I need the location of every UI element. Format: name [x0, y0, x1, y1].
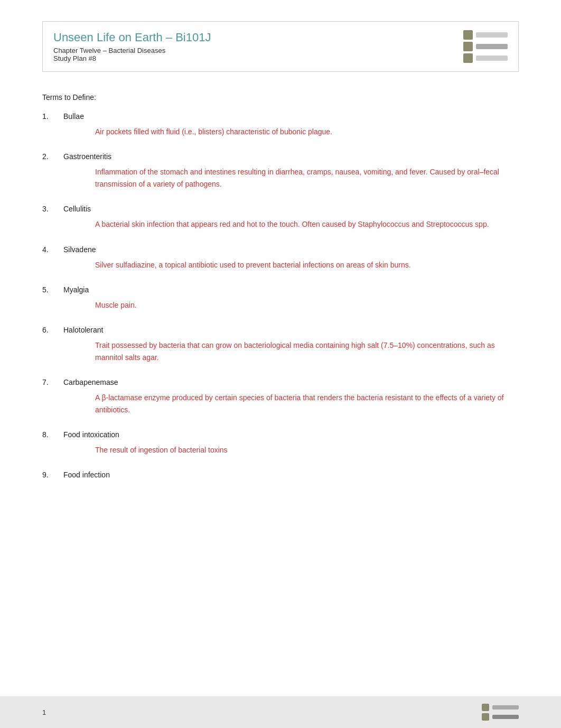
term-name-5: Myalgia [63, 285, 519, 294]
term-number-7: 7. [42, 378, 63, 386]
footer-icon-square-2 [482, 713, 489, 721]
term-number-6: 6. [42, 326, 63, 334]
term-name-4: Silvadene [63, 245, 519, 254]
term-number-8: 8. [42, 430, 63, 439]
terms-list: 1.BullaeAir pockets filled with fluid (i… [42, 112, 519, 484]
header-icon-rect-1 [476, 32, 508, 38]
term-number-3: 3. [42, 205, 63, 213]
term-definition-2: Inflammation of the stomach and intestin… [63, 166, 519, 190]
term-number-9: 9. [42, 471, 63, 479]
term-content-7: CarbapenemaseA β-lactamase enzyme produc… [63, 378, 519, 416]
term-definition-6: Trait possessed by bacteria that can gro… [63, 339, 519, 363]
footer-icon-square-1 [482, 704, 489, 711]
section-label: Terms to Define: [42, 93, 519, 102]
footer-icon-rect-1 [492, 705, 519, 709]
header-icon-row-2 [463, 42, 508, 51]
term-name-2: Gastroenteritis [63, 152, 519, 161]
term-item-8: 8.Food intoxicationThe result of ingesti… [42, 430, 519, 456]
page-wrapper: Unseen Life on Earth – Bi101J Chapter Tw… [0, 0, 561, 541]
term-item-7: 7.CarbapenemaseA β-lactamase enzyme prod… [42, 378, 519, 416]
term-content-6: HalotolerantTrait possessed by bacteria … [63, 326, 519, 363]
header-icon-row-3 [463, 53, 508, 63]
term-content-9: Food infection [63, 471, 519, 484]
term-content-8: Food intoxicationThe result of ingestion… [63, 430, 519, 456]
term-definition-1: Air pockets filled with fluid (i.e., bli… [63, 126, 519, 137]
header-title: Unseen Life on Earth – Bi101J [53, 31, 211, 44]
header-box: Unseen Life on Earth – Bi101J Chapter Tw… [42, 21, 519, 72]
term-definition-7: A β-lactamase enzyme produced by certain… [63, 392, 519, 416]
term-item-6: 6.HalotolerantTrait possessed by bacteri… [42, 326, 519, 363]
header-icon-rect-2 [476, 44, 508, 49]
header-subtitle1: Chapter Twelve – Bacterial Diseases [53, 47, 211, 54]
term-number-2: 2. [42, 152, 63, 161]
term-content-4: SilvadeneSilver sulfadiazine, a topical … [63, 245, 519, 271]
page-footer: 1 [0, 696, 561, 728]
term-name-7: Carbapenemase [63, 378, 519, 386]
term-name-8: Food intoxication [63, 430, 519, 439]
header-text-block: Unseen Life on Earth – Bi101J Chapter Tw… [53, 31, 211, 62]
term-name-9: Food infection [63, 471, 519, 479]
term-number-4: 4. [42, 245, 63, 254]
term-definition-4: Silver sulfadiazine, a topical antibioti… [63, 259, 519, 271]
term-definition-8: The result of ingestion of bacterial tox… [63, 444, 519, 456]
term-content-1: BullaeAir pockets filled with fluid (i.e… [63, 112, 519, 137]
footer-icon-rect-2 [492, 715, 519, 719]
footer-icon-row-1 [482, 704, 519, 711]
header-icon-square-3 [463, 53, 473, 63]
footer-icon-row-2 [482, 713, 519, 721]
term-item-3: 3.CellulitisA bacterial skin infection t… [42, 205, 519, 230]
term-item-4: 4.SilvadeneSilver sulfadiazine, a topica… [42, 245, 519, 271]
term-number-5: 5. [42, 285, 63, 294]
term-item-5: 5.MyalgiaMuscle pain. [42, 285, 519, 311]
term-content-2: GastroenteritisInflammation of the stoma… [63, 152, 519, 190]
footer-page-number: 1 [42, 708, 46, 716]
term-item-2: 2.GastroenteritisInflammation of the sto… [42, 152, 519, 190]
term-item-1: 1.BullaeAir pockets filled with fluid (i… [42, 112, 519, 137]
term-content-5: MyalgiaMuscle pain. [63, 285, 519, 311]
header-icon-square-2 [463, 42, 473, 51]
term-name-3: Cellulitis [63, 205, 519, 213]
term-name-6: Halotolerant [63, 326, 519, 334]
footer-icon-block [482, 704, 519, 721]
term-number-1: 1. [42, 112, 63, 121]
header-icon-rect-3 [476, 56, 508, 61]
header-icon-block [463, 30, 508, 63]
header-icon-square-1 [463, 30, 473, 40]
term-definition-3: A bacterial skin infection that appears … [63, 218, 519, 230]
header-icon-row-1 [463, 30, 508, 40]
term-item-9: 9.Food infection [42, 471, 519, 484]
term-definition-5: Muscle pain. [63, 299, 519, 311]
header-subtitle2: Study Plan #8 [53, 54, 211, 62]
term-name-1: Bullae [63, 112, 519, 121]
term-content-3: CellulitisA bacterial skin infection tha… [63, 205, 519, 230]
